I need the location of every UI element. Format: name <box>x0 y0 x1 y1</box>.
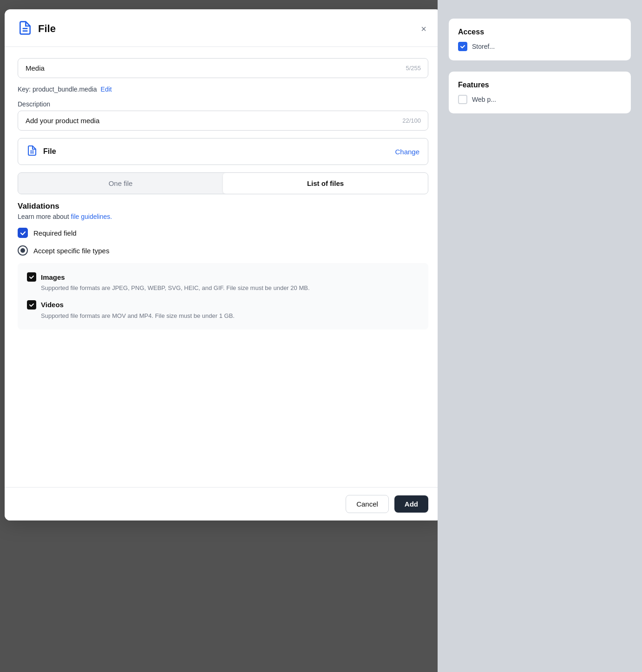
validations-section: Validations Learn more about file guidel… <box>18 202 428 220</box>
access-item-label: Storef... <box>472 43 495 50</box>
file-type-videos: Videos Supported file formats are MOV an… <box>27 300 419 321</box>
modal-title: File <box>38 23 56 35</box>
accept-specific-label: Accept specific file types <box>33 247 109 255</box>
videos-checkbox[interactable] <box>27 300 36 310</box>
access-title: Access <box>458 28 622 36</box>
name-input-wrapper: 5/255 <box>18 58 428 78</box>
features-item-label: Web p... <box>472 96 496 103</box>
images-header: Images <box>27 272 419 282</box>
images-description: Supported file formats are JPEG, PNG, WE… <box>41 283 419 293</box>
key-edit-link[interactable]: Edit <box>101 86 112 93</box>
close-button[interactable]: × <box>419 22 428 36</box>
description-counter: 22/100 <box>402 117 421 124</box>
features-item: Web p... <box>458 95 622 104</box>
access-item: Storef... <box>458 42 622 51</box>
file-icon-small <box>26 145 38 158</box>
file-type-images: Images Supported file formats are JPEG, … <box>27 272 419 293</box>
file-icon-header <box>18 20 33 37</box>
add-button[interactable]: Add <box>394 495 428 513</box>
type-label: File <box>43 147 56 156</box>
access-checkbox[interactable] <box>458 42 467 51</box>
required-field-label: Required field <box>33 229 77 237</box>
radio-inner <box>20 248 25 253</box>
required-field-row[interactable]: Required field <box>18 228 428 238</box>
cancel-button[interactable]: Cancel <box>346 495 389 513</box>
videos-header: Videos <box>27 300 419 310</box>
videos-description: Supported file formats are MOV and MP4. … <box>41 311 419 321</box>
modal-header: File × <box>5 9 441 47</box>
access-section: Access Storef... <box>449 19 631 60</box>
modal-body: 5/255 Key: product_bundle.media Edit Des… <box>5 47 441 487</box>
modal-header-left: File <box>18 20 56 37</box>
description-input-wrapper: 22/100 <box>18 111 428 131</box>
accept-specific-radio[interactable] <box>18 245 28 256</box>
name-counter: 5/255 <box>406 65 421 72</box>
tab-row: One file List of files <box>18 172 428 194</box>
tab-list-of-files[interactable]: List of files <box>223 173 428 194</box>
features-title: Features <box>458 81 622 89</box>
validations-subtitle-prefix: Learn more about <box>18 213 71 220</box>
modal-footer: Cancel Add <box>5 487 441 520</box>
type-selector: File Change <box>18 138 428 165</box>
file-types-box: Images Supported file formats are JPEG, … <box>18 263 428 329</box>
file-guidelines-link[interactable]: file guidelines. <box>71 213 112 220</box>
validations-title: Validations <box>18 202 428 211</box>
required-field-checkbox[interactable] <box>18 228 28 238</box>
key-row: Key: product_bundle.media Edit <box>18 86 428 93</box>
change-link[interactable]: Change <box>395 148 419 156</box>
features-section: Features Web p... <box>449 72 631 113</box>
accept-specific-row[interactable]: Accept specific file types <box>18 245 428 256</box>
description-section: Description 22/100 <box>18 100 428 131</box>
images-checkbox[interactable] <box>27 272 36 282</box>
file-modal: File × 5/255 Key: product_bundle.media E… <box>5 9 441 520</box>
features-checkbox[interactable] <box>458 95 467 104</box>
images-label: Images <box>41 273 65 281</box>
videos-label: Videos <box>41 301 64 309</box>
tab-one-file[interactable]: One file <box>18 173 223 194</box>
key-value: product_bundle.media <box>33 86 97 93</box>
type-selector-left: File <box>26 145 56 158</box>
validations-subtitle: Learn more about file guidelines. <box>18 213 428 220</box>
key-label: Key: <box>18 86 31 93</box>
name-input[interactable] <box>18 58 428 78</box>
description-input[interactable] <box>18 111 428 131</box>
description-label: Description <box>18 100 428 108</box>
